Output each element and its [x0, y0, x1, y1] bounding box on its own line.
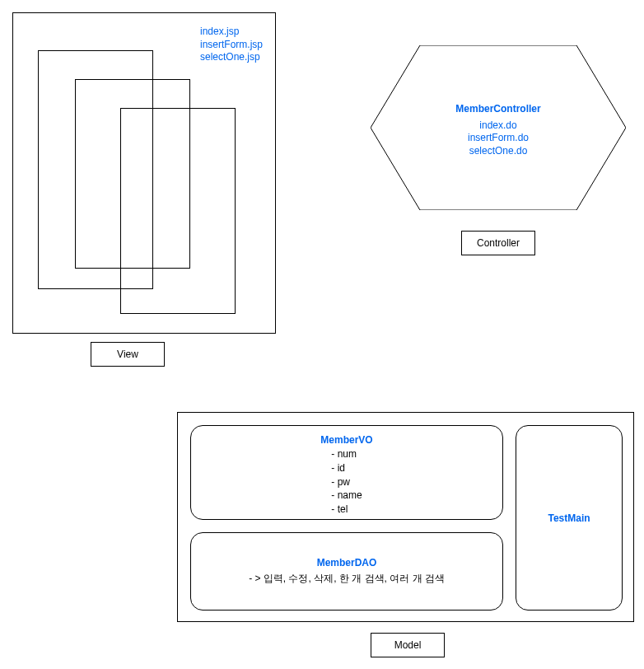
member-dao-operations: - > 입력, 수정, 삭제, 한 개 검색, 여러 개 검색	[199, 572, 494, 586]
vo-field-pw: - pw	[331, 475, 362, 489]
member-vo-box: MemberVO - num - id - pw - name - tel	[190, 425, 503, 520]
member-dao-title: MemberDAO	[199, 557, 494, 568]
member-vo-title: MemberVO	[199, 434, 494, 446]
view-files-list: index.jsp insertForm.jsp selectOne.jsp	[200, 26, 263, 64]
member-vo-fields: - num - id - pw - name - tel	[331, 447, 362, 517]
controller-hexagon-container: MemberController index.do insertForm.do …	[371, 45, 626, 210]
controller-title: MemberController	[371, 103, 626, 116]
vo-field-num: - num	[331, 447, 362, 461]
model-label-text: Model	[394, 639, 422, 651]
view-file-3: selectOne.jsp	[200, 51, 263, 64]
controller-label-box: Controller	[461, 231, 535, 255]
controller-endpoints: index.do insertForm.do selectOne.do	[371, 119, 626, 158]
vo-field-tel: - tel	[331, 503, 362, 517]
view-label-text: View	[117, 349, 138, 360]
model-container: MemberVO - num - id - pw - name - tel Me…	[177, 412, 634, 622]
vo-field-id: - id	[331, 461, 362, 475]
controller-endpoint-2: insertForm.do	[371, 132, 626, 145]
model-label-box: Model	[371, 633, 445, 657]
view-container: index.jsp insertForm.jsp selectOne.jsp	[12, 12, 276, 334]
view-file-2: insertForm.jsp	[200, 39, 263, 52]
controller-endpoint-1: index.do	[371, 119, 626, 133]
test-main-box: TestMain	[516, 425, 623, 611]
view-stacked-rect-3	[120, 108, 236, 314]
view-file-1: index.jsp	[200, 26, 263, 39]
test-main-title: TestMain	[548, 512, 590, 524]
controller-text-block: MemberController index.do insertForm.do …	[371, 103, 626, 157]
member-dao-box: MemberDAO - > 입력, 수정, 삭제, 한 개 검색, 여러 개 검…	[190, 532, 503, 611]
view-label-box: View	[91, 342, 165, 367]
controller-endpoint-3: selectOne.do	[371, 145, 626, 158]
controller-label-text: Controller	[477, 237, 520, 249]
vo-field-name: - name	[331, 489, 362, 503]
